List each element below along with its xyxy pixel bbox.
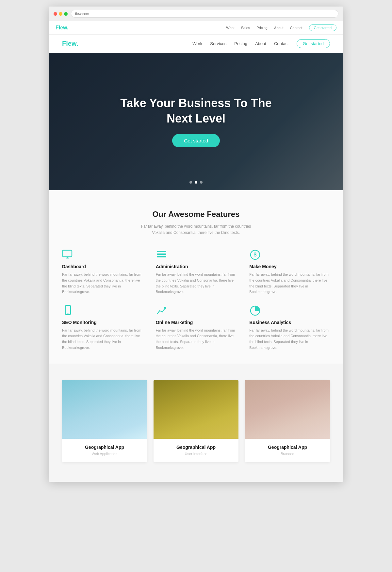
nav-services[interactable]: Services [210,41,226,46]
feature-marketing-title: Online Marketing [156,320,237,325]
feature-analytics-desc: Far far away, behind the word mountains,… [249,328,330,351]
portfolio-sub-2: User Interface [159,452,233,456]
feature-seo-monitoring: SEO Monitoring Far far away, behind the … [62,305,143,351]
ghost-nav-sales[interactable]: Sales [241,26,250,30]
portfolio-info-2: Geographical App User Interface [154,439,238,462]
portfolio-sub-1: Web Application [67,452,142,456]
portfolio-card-1[interactable]: Geographical App Web Application [62,380,147,462]
mobile-icon [62,305,74,317]
portfolio-image-1 [62,380,147,439]
browser-url-bar[interactable]: flew.com [71,10,338,18]
hero-dots [189,181,203,184]
svg-rect-4 [157,253,166,255]
monitor-icon [62,249,74,261]
header-cta-button[interactable]: Get started [297,39,330,48]
feature-marketing-desc: Far far away, behind the word mountains,… [156,328,237,351]
feature-make-money-title: Make Money [249,264,330,269]
nav-work[interactable]: Work [192,41,202,46]
nav-about[interactable]: About [255,41,266,46]
portfolio-title-3: Geographical App [250,445,325,450]
pie-chart-icon [249,305,261,317]
feature-seo-desc: Far far away, behind the word mountains,… [62,328,143,351]
hero-cta-button[interactable]: Get started [172,134,220,147]
browser-frame: flew.com Flew. Work Sales Pricing About … [49,7,343,482]
ghost-nav-pricing[interactable]: Pricing [256,26,268,30]
feature-dashboard: Dashboard Far far away, behind the word … [62,249,143,295]
feature-seo-title: SEO Monitoring [62,320,143,325]
portfolio-title-1: Geographical App [67,445,142,450]
feature-make-money: $ Make Money Far far away, behind the wo… [249,249,330,295]
portfolio-title-2: Geographical App [159,445,233,450]
portfolio-card-2[interactable]: Geographical App User Interface [154,380,238,462]
ghost-logo: Flew. [56,25,68,31]
features-subtitle: Far far away, behind the word mountains,… [137,223,255,236]
svg-rect-5 [157,256,166,257]
dollar-icon: $ [249,249,261,261]
feature-administration-title: Administration [156,264,237,269]
portfolio-image-2 [154,380,238,439]
feature-dashboard-title: Dashboard [62,264,143,269]
browser-dot-close[interactable] [54,12,57,16]
feature-dashboard-desc: Far far away, behind the word mountains,… [62,272,143,295]
feature-analytics-title: Business Analytics [249,320,330,325]
svg-rect-3 [157,251,166,252]
features-title: Our Awesome Features [62,210,330,219]
site-logo: Flew. [62,40,78,47]
svg-point-9 [68,313,69,314]
hero-content: Take Your Business To The Next Level Get… [120,96,271,148]
features-grid: Dashboard Far far away, behind the word … [62,249,330,351]
ghost-nav-about[interactable]: About [274,26,284,30]
browser-dot-fullscreen[interactable] [64,12,68,16]
portfolio-image-3 [245,380,330,439]
svg-text:$: $ [254,252,257,257]
feature-administration: Administration Far far away, behind the … [156,249,237,295]
list-icon [156,249,168,261]
portfolio-card-3[interactable]: Geographical App Branded [245,380,330,462]
ghost-nav-links: Work Sales Pricing About Contact Get sta… [226,25,336,31]
ghost-nav-work[interactable]: Work [226,26,234,30]
nav-contact[interactable]: Contact [274,41,289,46]
site-header: Flew. Work Services Pricing About Contac… [49,35,343,53]
hero-dot-1[interactable] [189,181,192,184]
portfolio-info-3: Geographical App Branded [245,439,330,462]
feature-business-analytics: Business Analytics Far far away, behind … [249,305,330,351]
browser-dots [54,12,68,16]
hero-title: Take Your Business To The Next Level [120,96,271,126]
portfolio-sub-3: Branded [250,452,325,456]
features-section: Our Awesome Features Far far away, behin… [49,190,343,364]
url-text: flew.com [75,12,89,16]
feature-administration-desc: Far far away, behind the word mountains,… [156,272,237,295]
ghost-nav: Flew. Work Sales Pricing About Contact G… [49,21,343,35]
browser-chrome: flew.com [49,7,343,21]
portfolio-grid: Geographical App Web Application Geograp… [62,380,330,462]
feature-make-money-desc: Far far away, behind the word mountains,… [249,272,330,295]
ghost-cta-button[interactable]: Get started [309,25,336,31]
ghost-nav-contact[interactable]: Contact [290,26,302,30]
portfolio-section: Geographical App Web Application Geograp… [49,364,343,482]
nav-pricing[interactable]: Pricing [234,41,247,46]
main-nav: Work Services Pricing About Contact Get … [192,39,330,48]
website-content: Flew. Work Services Pricing About Contac… [49,35,343,482]
hero-dot-2[interactable] [195,181,197,184]
chart-icon [156,305,168,317]
hero-dot-3[interactable] [200,181,203,184]
feature-online-marketing: Online Marketing Far far away, behind th… [156,305,237,351]
browser-dot-minimize[interactable] [59,12,62,16]
hero-section: Take Your Business To The Next Level Get… [49,53,343,190]
svg-rect-0 [63,250,72,257]
portfolio-info-1: Geographical App Web Application [62,439,147,462]
